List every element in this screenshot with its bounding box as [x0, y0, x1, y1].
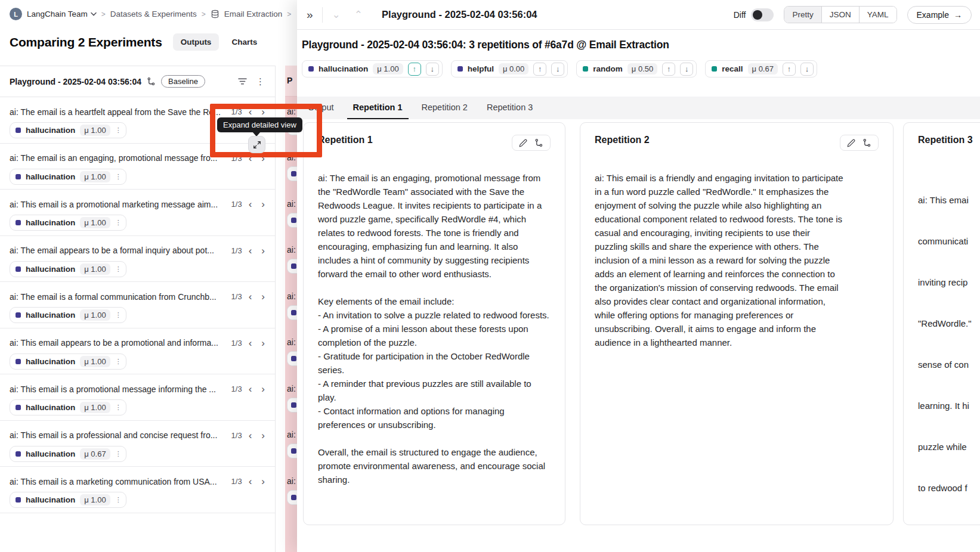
feedback-badge: hallucination μ 1.00 ⋮: [10, 215, 126, 231]
repetition-counter: 1/3: [231, 384, 242, 393]
experiment-row[interactable]: ai: This email is a professional and con…: [0, 421, 275, 467]
breadcrumb: L LangChain Team > Datasets & Experiment…: [10, 8, 291, 20]
next-row-icon[interactable]: ⌃: [350, 7, 367, 22]
row-output-text: ai: This email is a promotional message …: [10, 384, 227, 394]
feedback-name: hallucination: [319, 64, 368, 73]
feedback-mean: μ 1.00: [80, 171, 110, 182]
sort-up-icon[interactable]: ↑: [783, 63, 796, 76]
breadcrumb-separator: >: [101, 10, 106, 18]
feedback-summary-row: hallucination μ 1.00 ↑ ↓ helpful μ 0.00 …: [302, 60, 980, 77]
sort-down-icon[interactable]: ↓: [426, 63, 439, 76]
tab-repetition-3[interactable]: Repetition 3: [481, 97, 539, 119]
tree-icon[interactable]: [862, 138, 871, 147]
next-repetition-icon[interactable]: ›: [258, 246, 268, 256]
experiment-row[interactable]: ai: This email is a promotional marketin…: [0, 190, 275, 236]
next-repetition-icon[interactable]: ›: [258, 107, 268, 117]
tab-output[interactable]: Output: [302, 97, 340, 119]
prev-repetition-icon[interactable]: ‹: [246, 199, 255, 209]
row-output-text: ai: The email is a formal communication …: [10, 292, 227, 302]
feedback-badge: hallucination μ 1.00 ⋮: [10, 307, 126, 323]
feedback-mean: μ 1.00: [80, 309, 110, 321]
example-label: Example: [917, 10, 949, 20]
feedback-menu-icon[interactable]: ⋮: [115, 311, 122, 319]
format-yaml[interactable]: YAML: [859, 7, 896, 23]
next-repetition-icon[interactable]: ›: [258, 338, 268, 348]
feedback-badge: hallucination μ 1.00 ⋮: [10, 399, 126, 415]
prev-repetition-icon[interactable]: ‹: [246, 107, 255, 117]
next-repetition-icon[interactable]: ›: [258, 153, 268, 163]
feedback-dot: [16, 405, 21, 410]
next-repetition-icon[interactable]: ›: [258, 430, 268, 441]
tab-repetition-2[interactable]: Repetition 2: [416, 97, 474, 119]
sort-down-icon[interactable]: ↓: [551, 63, 564, 76]
sort-up-icon[interactable]: ↑: [662, 63, 675, 76]
experiment-row[interactable]: ai: The email is an engaging, promotiona…: [0, 144, 275, 190]
sort-down-icon[interactable]: ↓: [680, 63, 693, 76]
prev-repetition-icon[interactable]: ‹: [246, 153, 255, 163]
expand-icon: [253, 141, 261, 149]
repetition-2-output: ai: This email is a friendly and engagin…: [595, 171, 845, 349]
tab-repetition-1[interactable]: Repetition 1: [347, 97, 409, 119]
edit-icon[interactable]: [847, 139, 855, 147]
repetition-1-output: ai: The email is an engaging, promotiona…: [318, 171, 551, 486]
sort-up-icon[interactable]: ↑: [408, 63, 421, 76]
collapse-drawer-icon[interactable]: »: [303, 7, 317, 23]
diff-toggle[interactable]: [751, 8, 774, 21]
breadcrumb-datasets[interactable]: Datasets & Experiments: [110, 10, 197, 18]
peek-row: ai:: [285, 430, 298, 458]
prev-repetition-icon[interactable]: ‹: [246, 476, 255, 486]
sort-up-icon[interactable]: ↑: [533, 63, 546, 76]
next-repetition-icon[interactable]: ›: [258, 199, 268, 209]
prev-repetition-icon[interactable]: ‹: [246, 291, 255, 302]
format-pretty[interactable]: Pretty: [784, 7, 821, 23]
feedback-mean: μ 0.00: [499, 63, 528, 75]
divider: [322, 7, 323, 23]
prev-repetition-icon[interactable]: ‹: [246, 430, 255, 441]
feedback-dot: [583, 66, 588, 72]
prev-row-icon[interactable]: ⌄: [328, 7, 345, 22]
feedback-dot: [16, 359, 21, 364]
experiment-column-header: Playground - 2025-02-04 03:56:04 Baselin…: [0, 66, 275, 97]
experiment-column: Playground - 2025-02-04 03:56:04 Baselin…: [0, 66, 276, 552]
sort-down-icon[interactable]: ↓: [800, 63, 814, 76]
feedback-name: hallucination: [26, 449, 75, 458]
breadcrumb-team[interactable]: LangChain Team: [27, 10, 97, 18]
feedback-menu-icon[interactable]: ⋮: [115, 450, 122, 458]
feedback-menu-icon[interactable]: ⋮: [115, 496, 122, 504]
example-button[interactable]: Example →: [907, 6, 972, 24]
edit-icon[interactable]: [519, 139, 527, 147]
feedback-menu-icon[interactable]: ⋮: [115, 173, 122, 181]
peek-row: ai:: [285, 337, 298, 366]
experiment-row[interactable]: ai: This email is a promotional message …: [0, 374, 275, 421]
tab-charts[interactable]: Charts: [224, 33, 265, 51]
feedback-menu-icon[interactable]: ⋮: [115, 265, 122, 273]
row-output-text: ai: This email is a marketing communicat…: [10, 477, 227, 486]
format-json[interactable]: JSON: [821, 7, 859, 23]
comparison-column-header: P: [285, 66, 298, 97]
feedback-menu-icon[interactable]: ⋮: [115, 219, 122, 227]
repetition-counter: 1/3: [231, 107, 242, 116]
feedback-menu-icon[interactable]: ⋮: [115, 358, 122, 365]
feedback-menu-icon[interactable]: ⋮: [115, 404, 122, 411]
next-repetition-icon[interactable]: ›: [258, 476, 268, 486]
tab-outputs[interactable]: Outputs: [173, 33, 220, 51]
expand-detailed-view-button[interactable]: [248, 136, 265, 153]
row-output-text: ai: The email is a heartfelt appeal from…: [10, 107, 227, 117]
experiment-row[interactable]: ai: This email appears to be a promotion…: [0, 328, 275, 375]
feedback-name: helpful: [468, 64, 494, 73]
experiment-row[interactable]: ai: The email is a formal communication …: [0, 282, 275, 328]
next-repetition-icon[interactable]: ›: [258, 384, 268, 394]
filter-icon[interactable]: [236, 76, 249, 87]
feedback-name: hallucination: [26, 126, 75, 135]
prev-repetition-icon[interactable]: ‹: [246, 384, 255, 394]
experiment-row[interactable]: ai: This email is a marketing communicat…: [0, 467, 275, 513]
prev-repetition-icon[interactable]: ‹: [246, 246, 255, 256]
tree-icon[interactable]: [534, 138, 543, 147]
feedback-menu-icon[interactable]: ⋮: [115, 126, 122, 134]
next-repetition-icon[interactable]: ›: [258, 291, 268, 302]
experiment-row[interactable]: ai: The email appears to be a formal inq…: [0, 236, 275, 283]
prev-repetition-icon[interactable]: ‹: [246, 338, 255, 348]
column-menu-icon[interactable]: ⋮: [254, 75, 267, 89]
breadcrumb-dataset[interactable]: Email Extraction: [224, 10, 283, 18]
feedback-name: hallucination: [26, 218, 75, 227]
